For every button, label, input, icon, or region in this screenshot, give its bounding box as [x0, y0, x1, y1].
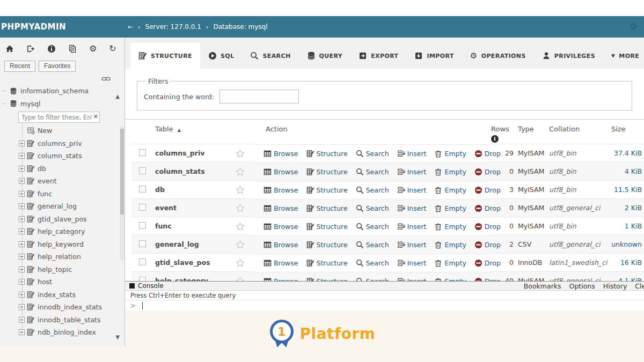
console-link-options[interactable]: Options — [569, 282, 595, 290]
insert-action-link[interactable]: Insert — [397, 277, 427, 282]
search-action-link[interactable]: Search — [356, 204, 389, 212]
row-checkbox[interactable] — [139, 149, 146, 156]
favorite-star-icon[interactable] — [236, 204, 245, 212]
tab-favorites[interactable]: Favorites — [39, 61, 76, 72]
breadcrumb-database[interactable]: Database: mysql — [213, 23, 267, 31]
structure-action-link[interactable]: Structure — [306, 204, 348, 212]
insert-action-link[interactable]: Insert — [397, 241, 427, 249]
drop-action-link[interactable]: Drop — [474, 150, 501, 158]
tab-sql[interactable]: SQL — [200, 43, 242, 69]
tree-item-general_log[interactable]: + general_log — [0, 200, 125, 213]
back-arrow-icon[interactable]: ← — [128, 23, 133, 31]
clear-filter-icon[interactable]: ✕ — [93, 113, 98, 120]
expand-plus-icon[interactable]: + — [19, 166, 25, 172]
expand-plus-icon[interactable]: + — [19, 254, 25, 260]
table-name-link[interactable]: general_log — [155, 240, 199, 248]
tree-item-innodb_index_stats[interactable]: + innodb_index_stats — [0, 301, 125, 314]
refresh-icon[interactable]: ↻ — [109, 45, 116, 53]
tab-privileges[interactable]: PRIVILEGES — [534, 43, 603, 69]
tree-scroll-up-icon[interactable]: ▲ — [115, 93, 120, 99]
tree-item-db[interactable]: + db — [0, 162, 125, 175]
expand-plus-icon[interactable]: + — [19, 317, 25, 323]
search-action-link[interactable]: Search — [356, 223, 389, 231]
tree-item-host[interactable]: + host — [0, 276, 125, 289]
structure-action-link[interactable]: Structure — [306, 150, 348, 158]
row-checkbox[interactable] — [139, 186, 146, 193]
drop-action-link[interactable]: Drop — [474, 259, 501, 267]
tree-item-columns_priv[interactable]: + columns_priv — [0, 137, 125, 150]
column-header-size[interactable]: Size — [609, 120, 644, 144]
tree-item-help_relation[interactable]: + help_relation — [0, 250, 125, 263]
search-action-link[interactable]: Search — [356, 168, 389, 176]
tab-structure[interactable]: STRUCTURE — [130, 43, 200, 69]
info-icon[interactable] — [47, 45, 56, 53]
gear-icon[interactable]: ⚙ — [89, 45, 97, 53]
expand-plus-icon[interactable]: + — [19, 203, 25, 209]
favorite-star-icon[interactable] — [236, 186, 245, 194]
browse-action-link[interactable]: Browse — [264, 186, 298, 194]
column-header-rows[interactable]: Rows i — [489, 120, 516, 144]
tree-item-index_stats[interactable]: + index_stats — [0, 289, 125, 301]
table-name-link[interactable]: db — [155, 186, 165, 194]
tree-item-help_category[interactable]: + help_category — [0, 225, 125, 238]
browse-action-link[interactable]: Browse — [264, 204, 298, 212]
insert-action-link[interactable]: Insert — [397, 223, 427, 231]
tab-recent[interactable]: Recent — [4, 61, 35, 72]
tree-item-new-table[interactable]: New — [0, 124, 125, 137]
table-name-link[interactable]: gtid_slave_pos — [155, 258, 210, 267]
empty-action-link[interactable]: Empty — [434, 204, 466, 212]
expand-plus-icon[interactable]: + — [19, 228, 25, 234]
expand-plus-icon[interactable]: + — [19, 267, 25, 272]
row-checkbox[interactable] — [139, 204, 146, 211]
settings-gear-icon[interactable]: ⚙ — [630, 21, 638, 32]
favorite-star-icon[interactable] — [236, 222, 245, 231]
column-header-table[interactable]: Table▲ — [153, 120, 233, 144]
search-action-link[interactable]: Search — [356, 150, 389, 158]
table-name-link[interactable]: columns_priv — [155, 149, 204, 157]
expand-plus-icon[interactable]: + — [19, 178, 25, 184]
tab-import[interactable]: IMPORT — [406, 43, 462, 69]
search-action-link[interactable]: Search — [356, 259, 389, 267]
console-input-line[interactable]: > — [125, 300, 644, 311]
browse-action-link[interactable]: Browse — [264, 259, 298, 267]
search-action-link[interactable]: Search — [356, 241, 389, 249]
empty-action-link[interactable]: Empty — [434, 259, 466, 267]
tab-operations[interactable]: ⚙OPERATIONS — [462, 43, 534, 69]
column-header-action[interactable]: Action — [253, 120, 489, 144]
insert-action-link[interactable]: Insert — [397, 186, 427, 194]
drop-action-link[interactable]: Drop — [474, 223, 501, 231]
column-header-collation[interactable]: Collation — [547, 120, 609, 144]
breadcrumb-server[interactable]: Server: 127.0.0.1 — [145, 23, 201, 31]
expand-plus-icon[interactable]: + — [19, 216, 25, 222]
structure-action-link[interactable]: Structure — [306, 186, 348, 194]
table-name-link[interactable]: column_stats — [155, 167, 205, 175]
console-link-clear[interactable]: Clear — [635, 282, 644, 290]
table-name-link[interactable]: help_category — [155, 277, 208, 281]
tree-item-help_keyword[interactable]: + help_keyword — [0, 238, 125, 251]
structure-action-link[interactable]: Structure — [306, 168, 348, 176]
drop-action-link[interactable]: Drop — [474, 186, 501, 194]
sidebar-scrollbar[interactable] — [120, 126, 125, 260]
drop-action-link[interactable]: Drop — [474, 277, 501, 282]
row-checkbox[interactable] — [139, 222, 146, 229]
rows-info-icon[interactable]: i — [491, 135, 499, 143]
expand-plus-icon[interactable]: + — [19, 191, 25, 197]
tree-db-information-schema[interactable]: information_schema — [0, 85, 125, 98]
expand-plus-icon[interactable]: + — [19, 292, 25, 298]
console-link-history[interactable]: History — [603, 282, 627, 290]
expand-plus-icon[interactable]: + — [19, 304, 25, 310]
tab-query[interactable]: QUERY — [299, 43, 351, 69]
unlink-chain-icon[interactable] — [101, 76, 111, 82]
drop-action-link[interactable]: Drop — [474, 168, 501, 176]
structure-action-link[interactable]: Structure — [306, 259, 348, 267]
insert-action-link[interactable]: Insert — [397, 259, 427, 267]
drop-action-link[interactable]: Drop — [474, 204, 501, 212]
empty-action-link[interactable]: Empty — [434, 223, 466, 231]
empty-action-link[interactable]: Empty — [434, 150, 466, 158]
browse-action-link[interactable]: Browse — [264, 277, 298, 282]
logout-icon[interactable] — [26, 45, 35, 53]
structure-action-link[interactable]: Structure — [306, 241, 348, 249]
tree-item-func[interactable]: + func — [0, 188, 125, 201]
browse-action-link[interactable]: Browse — [264, 150, 298, 158]
empty-action-link[interactable]: Empty — [434, 168, 466, 176]
